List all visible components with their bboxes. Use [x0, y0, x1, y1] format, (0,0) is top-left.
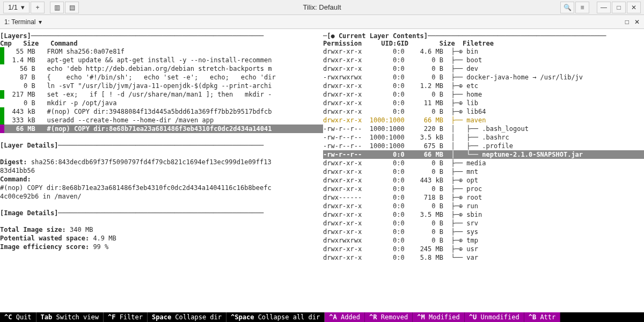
chevron-down-icon[interactable]: ▾: [39, 18, 42, 26]
cmp-bar: [0, 56, 4, 64]
filetree-row[interactable]: -rw-r--r-- 1000:1000 3.5 kB │ ├── .bashr…: [323, 133, 644, 142]
filetree-row[interactable]: drwxr-xr-x 0:0 3.5 MB ├─⊕ sbin: [323, 210, 644, 219]
keymap-item: ^Space Collapse all dir: [226, 312, 325, 322]
keymap-item: ^M Modified: [413, 312, 464, 322]
filetree-row[interactable]: -rwxrwxrwx 0:0 0 B ├── docker-java-home …: [323, 73, 644, 82]
keymap-item: ^C Quit: [0, 312, 36, 322]
filetree-row[interactable]: drwxr-xr-x 0:0 0 B ├─⊕ run: [323, 202, 644, 210]
titlebar: 1/1▾ + ▥ ▤ Tilix: Default 🔍 ≡ — □ ✕: [0, 0, 644, 15]
tab-terminal[interactable]: 1: Terminal: [4, 18, 35, 26]
filetree-row[interactable]: drwxr-xr-x 0:0 0 B ├── dev: [323, 64, 644, 73]
close-pane-icon[interactable]: ✕: [634, 18, 640, 26]
layer-row[interactable]: 0 B ln -svT "/usr/lib/jvm/java-11-openjd…: [0, 82, 323, 90]
filetree-row[interactable]: drwxr-xr-x 0:0 0 B ├── media: [323, 159, 644, 167]
maximize-icon[interactable]: □: [612, 2, 626, 13]
efficiency: Image efficiency score: 99 %: [0, 243, 323, 251]
keymap-item: ^U Unmodified: [465, 312, 524, 322]
layer-details-header: [Layer Details]─────────────────────────…: [0, 142, 323, 149]
cmp-bar: [0, 73, 4, 82]
filetree-row[interactable]: drwxr-xr-x 0:0 4.6 MB ├─⊕ bin: [323, 47, 644, 56]
maximize-pane-icon[interactable]: □: [625, 18, 629, 26]
cmp-bar: [0, 64, 4, 73]
filetree-row[interactable]: drwxrwxrwx 0:0 0 B ├─⊕ tmp: [323, 236, 644, 245]
chevron-down-icon: ▾: [21, 3, 25, 11]
filetree-row[interactable]: drwxr-xr-x 0:0 0 B ├── boot: [323, 56, 644, 64]
keymap-item: ^R Removed: [365, 312, 413, 322]
layer-row[interactable]: 333 kB useradd --create-home --home-dir …: [0, 116, 323, 125]
image-details-header: [Image Details]─────────────────────────…: [0, 209, 323, 217]
filetree-row[interactable]: drwxr-xr-x 0:0 0 B ├── home: [323, 90, 644, 99]
cmp-bar: [0, 116, 4, 125]
menu-icon[interactable]: ≡: [575, 2, 589, 13]
layer-row[interactable]: 1.4 MB apt-get update && apt-get install…: [0, 56, 323, 64]
layers-columns: Cmp Size Command: [0, 40, 323, 47]
cmp-bar: [0, 107, 4, 116]
session-selector[interactable]: 1/1▾: [3, 2, 30, 13]
layer-row[interactable]: 87 B { echo '#!/bin/sh'; echo 'set -e'; …: [0, 73, 323, 82]
filetree-row[interactable]: drwxr-xr-x 0:0 0 B ├── proc: [323, 185, 644, 193]
split-right-icon[interactable]: ▤: [65, 2, 79, 13]
command-line: #(nop) COPY dir:8e68b71ea23a681486f3eb43…: [0, 184, 323, 192]
layer-row[interactable]: 56 B echo 'deb http://deb.debian.org/deb…: [0, 64, 323, 73]
keymap-item: ^B Attr: [524, 312, 561, 322]
filetree-row[interactable]: drwxr-xr-x 0:0 11 MB ├─⊕ lib: [323, 99, 644, 107]
tabbar: 1: Terminal ▾ □ ✕: [0, 15, 644, 29]
terminal[interactable]: [Layers]────────────────────────────────…: [0, 29, 644, 322]
command-line2: 4c00ce92b6 in /maven/: [0, 192, 323, 201]
layer-row-selected[interactable]: 66 MB #(nop) COPY dir:8e68b71ea23a681486…: [0, 125, 323, 133]
filetree-row[interactable]: drwxr-xr-x 0:0 0 B ├── srv: [323, 219, 644, 228]
filetree-row[interactable]: -rw-r--r-- 1000:1000 675 B │ ├── .profil…: [323, 142, 644, 150]
keymap-item: Space Collapse dir: [148, 312, 226, 322]
keymap-footer: ^C QuitTab Switch view^F FilterSpace Col…: [0, 312, 644, 322]
layer-row[interactable]: 217 MB set -ex; if [ ! -d /usr/share/man…: [0, 90, 323, 99]
layer-row[interactable]: 0 B mkdir -p /opt/java: [0, 99, 323, 107]
window-title: Tilix: Default: [303, 3, 341, 11]
keymap-item: ^A Added: [325, 312, 365, 322]
filetree-row[interactable]: drwxr-xr-x 0:0 0 B ├─⊕ lib64: [323, 107, 644, 116]
close-icon[interactable]: ✕: [627, 2, 641, 13]
command-label: Command:: [0, 175, 323, 184]
filetree-row[interactable]: drwxr-xr-x 0:0 443 kB ├─⊕ opt: [323, 176, 644, 185]
filetree-row[interactable]: drwxr-xr-x 0:0 1.2 MB ├─⊕ etc: [323, 82, 644, 90]
add-terminal-button[interactable]: +: [31, 2, 45, 13]
layer-row[interactable]: 55 MB FROM sha256:0a07e81f: [0, 47, 323, 56]
contents-header: ─[● Current Layer Contents]─────────────…: [323, 32, 644, 40]
search-icon[interactable]: 🔍: [560, 2, 574, 13]
filetree-row[interactable]: drwxr-xr-x 0:0 0 B ├── sys: [323, 228, 644, 236]
cmp-bar: [0, 99, 4, 107]
keymap-item: Tab Switch view: [36, 312, 104, 322]
cmp-bar: [0, 90, 4, 99]
filetree-row[interactable]: drwx------ 0:0 718 B ├─⊕ root: [323, 193, 644, 202]
digest-line2: 83d41bb56: [0, 166, 323, 175]
minimize-icon[interactable]: —: [597, 2, 611, 13]
total-size: Total Image size: 340 MB: [0, 225, 323, 234]
layers-pane[interactable]: [Layers]────────────────────────────────…: [0, 32, 323, 312]
filetree-row-selected[interactable]: -rw-r--r-- 0:0 66 MB │ └── neptune-2.1.0…: [323, 150, 644, 159]
layer-row[interactable]: 443 kB #(nop) COPY dir:39488084f13d445a5…: [0, 107, 323, 116]
filetree-row[interactable]: drwxr-xr-x 0:0 5.8 MB └── var: [323, 253, 644, 262]
cmp-bar: [0, 82, 4, 90]
wasted-space: Potential wasted space: 4.9 MB: [0, 234, 323, 243]
digest-line: Digest: sha256:843decdb69f37f5090797fd4f…: [0, 158, 323, 166]
cmp-bar: [0, 125, 4, 133]
keymap-item: ^F Filter: [104, 312, 148, 322]
filetree-row[interactable]: drwxr-xr-x 0:0 245 MB ├─⊕ usr: [323, 245, 644, 253]
layers-header: [Layers]────────────────────────────────…: [0, 32, 323, 40]
cmp-bar: [0, 47, 4, 56]
filetree-row[interactable]: -rw-r--r-- 1000:1000 220 B │ ├── .bash_l…: [323, 125, 644, 133]
filetree-pane[interactable]: ─[● Current Layer Contents]─────────────…: [323, 32, 644, 312]
split-down-icon[interactable]: ▥: [50, 2, 64, 13]
filetree-row[interactable]: drwxr-xr-x 1000:1000 66 MB ├── maven: [323, 116, 644, 125]
filetree-columns: Permission UID:GID Size Filetree: [323, 40, 644, 47]
filetree-row[interactable]: drwxr-xr-x 0:0 0 B ├── mnt: [323, 167, 644, 176]
